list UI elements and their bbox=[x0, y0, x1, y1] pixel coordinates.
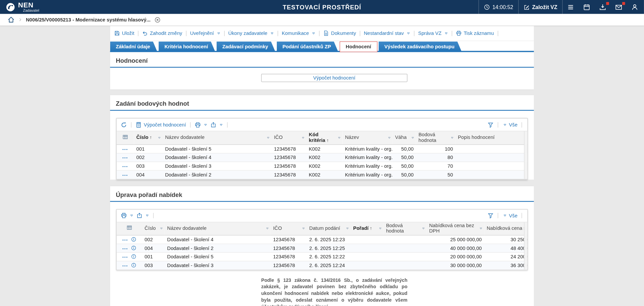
row-menu-icon[interactable]: ••• bbox=[122, 238, 128, 242]
row-menu-icon[interactable]: ••• bbox=[122, 173, 128, 177]
col-header-bodova-hodnota[interactable]: Bodová hodnota bbox=[384, 222, 427, 235]
main-menu-button[interactable] bbox=[563, 0, 579, 14]
cell-datum: 2. 6. 2025 12:22 bbox=[307, 253, 351, 261]
vertical-scrollbar[interactable] bbox=[524, 131, 527, 178]
col-header-vaha[interactable]: Váha bbox=[393, 131, 416, 145]
filter-icon[interactable] bbox=[302, 227, 305, 231]
profile-button[interactable] bbox=[627, 0, 644, 14]
col-header-ico[interactable]: IČO bbox=[271, 222, 307, 235]
documents-button[interactable]: Dokumenty bbox=[323, 30, 356, 36]
filter-icon[interactable] bbox=[450, 136, 454, 140]
home-button[interactable] bbox=[8, 16, 14, 23]
vz-management-menu[interactable]: Správa VZ bbox=[418, 30, 448, 36]
col-header-cena-s-dph[interactable]: Nabídková cena s DPH bbox=[484, 222, 527, 235]
breadcrumb-record[interactable]: N006/25/V00005213 - Modernizace systému … bbox=[26, 17, 151, 22]
column-chooser-button[interactable] bbox=[117, 222, 142, 235]
col-header-kod-kriteria[interactable]: Kód kritéria↑ bbox=[306, 131, 343, 145]
table-row[interactable]: ••• 004 Dodavatel - školení 2 12345678 2… bbox=[117, 244, 527, 253]
row-menu-icon[interactable]: ••• bbox=[122, 247, 128, 251]
row-menu-icon[interactable]: ••• bbox=[122, 255, 128, 259]
col-header-poradi[interactable]: Pořadí↑ bbox=[351, 222, 384, 235]
publication-menu[interactable]: Uveřejnění bbox=[190, 30, 221, 36]
grid-print-button[interactable] bbox=[195, 121, 207, 128]
filter-icon[interactable] bbox=[158, 136, 161, 140]
filter-icon[interactable] bbox=[379, 227, 382, 231]
cell-ico: 12345678 bbox=[271, 253, 307, 261]
table-row[interactable]: ••• 003 Dodavatel - školení 3 12345678 2… bbox=[117, 261, 527, 270]
col-header-cislo[interactable]: Číslo bbox=[142, 222, 165, 235]
print-record-button[interactable]: Tisk záznamu bbox=[456, 30, 494, 36]
points-grid-toolbar: Výpočet hodnocení bbox=[117, 118, 527, 131]
filter-icon[interactable] bbox=[422, 227, 425, 231]
row-menu-icon[interactable]: ••• bbox=[122, 156, 128, 160]
col-header-popis-hodnoceni[interactable]: Popis hodnocení bbox=[456, 131, 527, 145]
save-button[interactable]: Uložit bbox=[114, 30, 134, 36]
grid-filter-button[interactable] bbox=[487, 121, 493, 128]
col-header-ico[interactable]: IČO bbox=[271, 131, 306, 145]
filter-icon[interactable] bbox=[411, 136, 415, 140]
sort-asc-icon: ↑ bbox=[370, 226, 372, 231]
table-row[interactable]: ••• 002 Dodavatel - školení 4 12345678 K… bbox=[117, 153, 527, 162]
separator bbox=[131, 122, 131, 128]
vertical-scrollbar[interactable] bbox=[524, 222, 527, 269]
tab-vysledek-zadavaciho-postupu[interactable]: Výsledek zadávacího postupu bbox=[379, 41, 462, 52]
filter-icon[interactable] bbox=[160, 227, 163, 231]
row-menu-icon[interactable]: ••• bbox=[122, 264, 128, 268]
row-menu-icon[interactable]: ••• bbox=[122, 164, 128, 168]
discard-changes-button[interactable]: Zahodit změny bbox=[142, 30, 182, 36]
filter-icon[interactable] bbox=[388, 136, 391, 140]
grid-compute-evaluation-button[interactable]: Výpočet hodnocení bbox=[135, 121, 186, 128]
nen-logo[interactable]: NEN Zadavatel bbox=[6, 1, 39, 12]
grid-show-all-button[interactable]: Vše bbox=[502, 213, 517, 218]
col-header-cena-bez-dph[interactable]: Nabídková cena bez DPH bbox=[427, 222, 484, 235]
col-header-bodova-hodnota[interactable]: Bodová hodnota bbox=[416, 131, 455, 145]
column-chooser-button[interactable] bbox=[117, 131, 134, 145]
tab-hodnoceni[interactable]: Hodnocení bbox=[340, 41, 377, 52]
contracting-actions-menu[interactable]: Úkony zadavatele bbox=[228, 30, 274, 36]
table-row[interactable]: ••• 003 Dodavatel - školení 3 12345678 K… bbox=[117, 162, 527, 170]
info-icon[interactable] bbox=[131, 263, 136, 268]
section-title-body-hodnot: Zadání bodových hodnot bbox=[110, 95, 534, 111]
col-header-dodavatel[interactable]: Název dodavatele bbox=[165, 222, 270, 235]
table-row[interactable]: ••• 004 Dodavatel - školení 2 12345678 K… bbox=[117, 170, 527, 179]
tab-kriteria-hodnoceni[interactable]: Kritéria hodnocení bbox=[159, 41, 215, 52]
save-icon bbox=[114, 30, 120, 36]
close-record-button[interactable] bbox=[154, 17, 160, 23]
filter-icon[interactable] bbox=[266, 227, 269, 231]
col-header-cislo[interactable]: Číslo↑ bbox=[134, 131, 163, 145]
downloads-button[interactable] bbox=[595, 0, 611, 14]
info-icon[interactable] bbox=[131, 245, 136, 251]
tab-zadavaci-podminky[interactable]: Zadávací podmínky bbox=[217, 41, 275, 52]
grid-filter-button[interactable] bbox=[487, 212, 493, 218]
tab-zakladni-udaje[interactable]: Základní údaje bbox=[110, 41, 158, 52]
compute-evaluation-button[interactable]: Výpočet hodnocení bbox=[261, 74, 407, 82]
col-header-dodavatel[interactable]: Název dodavatele bbox=[163, 131, 271, 145]
filter-icon[interactable] bbox=[266, 136, 270, 140]
cell-ico: 12345678 bbox=[271, 235, 307, 244]
row-menu-icon[interactable]: ••• bbox=[122, 147, 128, 151]
table-row[interactable]: ••• 002 Dodavatel - školení 4 12345678 2… bbox=[117, 235, 527, 244]
grid-export-button[interactable] bbox=[136, 212, 149, 218]
table-row[interactable]: ••• 001 Dodavatel - školení 5 12345678 K… bbox=[117, 144, 527, 153]
filter-icon[interactable] bbox=[479, 227, 483, 231]
table-row[interactable]: ••• 001 Dodavatel - školení 5 12345678 2… bbox=[117, 253, 527, 261]
filter-icon[interactable] bbox=[338, 136, 341, 140]
calendar-button[interactable] bbox=[579, 0, 595, 14]
grid-show-all-button[interactable]: Vše bbox=[502, 122, 517, 128]
grid-print-button[interactable] bbox=[121, 212, 133, 218]
col-header-datum-podani[interactable]: Datum podání bbox=[307, 222, 351, 235]
col-header-nazev[interactable]: Název bbox=[343, 131, 393, 145]
create-vz-button[interactable]: Založit VZ bbox=[519, 4, 562, 10]
filter-icon[interactable] bbox=[301, 136, 305, 140]
filter-icon[interactable] bbox=[346, 227, 349, 231]
grid-export-button[interactable] bbox=[210, 121, 223, 128]
cell-kod: K002 bbox=[306, 144, 343, 153]
refresh-button[interactable] bbox=[121, 121, 127, 128]
cell-dodavatel: Dodavatel - školení 5 bbox=[163, 144, 271, 153]
info-icon[interactable] bbox=[131, 254, 136, 259]
info-icon[interactable] bbox=[131, 237, 136, 242]
messages-button[interactable] bbox=[611, 0, 627, 14]
tab-podani-ucastniku-zp[interactable]: Podání účastníků ZP bbox=[277, 41, 338, 52]
communication-menu[interactable]: Komunikace bbox=[282, 30, 315, 36]
nonstandard-state-menu[interactable]: Nestandardní stav bbox=[364, 30, 411, 36]
